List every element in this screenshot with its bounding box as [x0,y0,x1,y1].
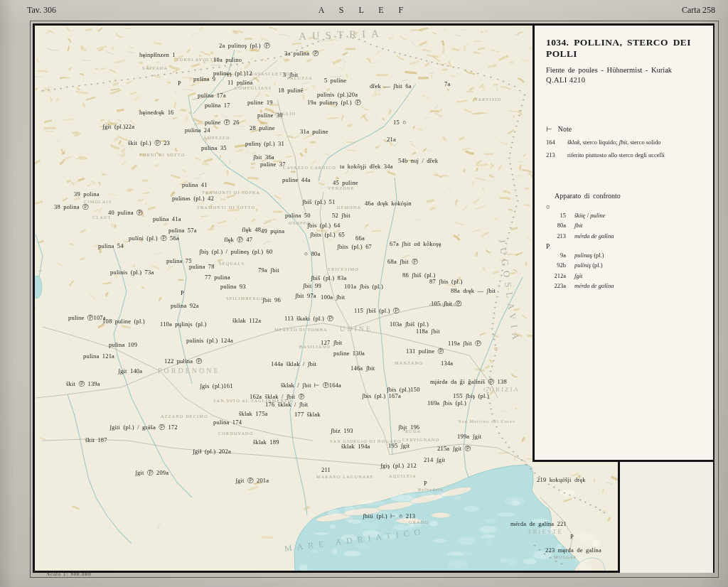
legend-panel: 1034. POLLINA, STERCO DEI POLLI Fiente d… [532,26,713,462]
map-point-label: 169a ʃbis (pl.) [427,400,466,406]
svg-text:+: + [496,77,499,82]
svg-text:+: + [511,140,514,145]
map-point-label: pulina 174 [213,419,242,426]
map-point-label: 3 ʃbit [283,72,298,78]
map-point-label: pulinş (pl.) 31 [245,141,284,147]
map-point-label: šklak 189 [253,439,279,446]
svg-text:+: + [260,58,263,63]
svg-text:+: + [176,70,178,75]
svg-text:+: + [102,80,105,85]
svg-text:+: + [501,436,504,441]
svg-text:+: + [491,321,494,326]
map-point-label: 21a [387,136,396,143]
dialect-term: ʃgit [574,272,582,279]
map-point-label: pulinęş (pl.)12 [213,70,252,77]
map-point-label: 144a šklak / ʃbit [271,361,316,367]
apparato-item: 92bpulíniş (pl.) [546,262,695,269]
map-point-label: 46a dręk kokóşin [365,200,412,207]
place-name: AMPEZZO [203,136,230,140]
dialect-term: (pl.) [592,252,604,259]
svg-text:+: + [513,129,516,134]
place-name: GEMONA [337,205,361,210]
map-point-label: pulina 109 [109,342,137,348]
map-point-label: 118a ʃbit [416,328,440,335]
map-point-label: ʃbit 36a [253,154,274,161]
map-point-label: pulina 41a [153,216,181,222]
map-point-label: 113 škaki (pl.) Ⓟ [284,316,333,322]
svg-text:+: + [516,198,519,203]
map-point-label: ʃgit (pl.)22a [102,124,134,130]
apparato-symbol-p: P [546,243,695,250]
dialect-term: ʃbit [619,139,627,146]
apparato-item-number: 9a [546,252,566,259]
map-point-label: 31a puline [300,129,328,135]
svg-text:+: + [502,79,505,84]
dialect-term: , sterco liquido; [579,139,619,146]
place-name: GRADO [409,520,429,524]
svg-text:+: + [499,279,502,284]
map-point-label: pulína 17 [205,102,230,109]
map-point-label: 119a ʃbit Ⓟ [448,340,481,347]
map-point-label: ʃbits (pl.) 67 [337,244,372,250]
dialect-term: ʃbit [574,222,582,229]
svg-text:+: + [497,289,500,294]
map-point-label: 79a ʃbit [258,267,279,274]
map-point-label: 214 ʃgit [424,457,445,463]
apparato-block: Apparato di confronto ○15škitę / puline8… [546,192,695,293]
svg-text:+: + [254,58,257,63]
svg-text:+: + [508,445,510,450]
map-point-label: ʃgit 140a [118,368,142,375]
map-point-label: 19a pulineş (pl.) Ⓟ [307,99,361,106]
svg-text:+: + [520,103,523,108]
svg-text:+: + [90,82,93,87]
map-point-label: pulína 17a [198,92,226,99]
svg-text:+: + [510,166,513,171]
map-point-label: 49 pųina [261,228,284,235]
map-point-label: 199a ʃgit [457,433,481,440]
svg-text:+: + [513,183,516,188]
map-point-label: 52 ʃbit [332,212,350,219]
region-label: UDINE [340,325,373,333]
svg-text:+: + [218,65,220,70]
map-point-label: pulinas (pl.) 42 [172,195,214,202]
map-point-label: pulina 78 [189,264,215,270]
svg-text:+: + [84,82,87,87]
apparato-item-number: 223a [546,283,566,289]
svg-text:+: + [513,209,516,214]
flag-icon: ⊢ [546,125,552,133]
svg-text:+: + [375,44,378,49]
svg-text:+: + [452,65,455,70]
svg-text:+: + [476,71,479,76]
svg-text:+: + [512,215,515,220]
svg-text:+: + [516,453,519,458]
svg-text:+: + [490,75,493,80]
svg-text:+: + [515,193,518,198]
map-point-label: ʃbįt 196 [398,424,419,431]
svg-text:+: + [121,77,124,82]
svg-text:+: + [584,500,587,505]
apparato-item: 80aʃbit [546,222,695,229]
svg-text:+: + [446,63,449,68]
map-point-label: 162a šklak / ʃbit Ⓟ [250,394,304,400]
svg-text:+: + [518,88,521,93]
map-point-label: 134a [441,360,453,367]
map-point-label: pulina 50 [285,212,311,219]
map-point-label: pulina 92a [171,303,199,309]
svg-text:+: + [363,39,366,44]
place-name: SAPPADA [142,66,168,70]
map-point-label: pulinis (pl.)20a [317,92,358,98]
map-point-label: pulina 75 [166,258,192,264]
svg-text:+: + [431,60,434,65]
map-point-label: ʃgis (pl.)161 [200,383,233,389]
legend-head: 1034. POLLINA, STERCO DEI POLLI Fiente d… [546,37,702,84]
dialect-term: šklak [567,139,579,146]
apparato-symbol-circle: ○ [546,203,695,210]
apparato-item-text: pulíniş (pl.) [574,262,695,269]
map-point-label: ʃbiš (pl.) 51 [302,199,336,205]
map-point-label: 87 ʃbis (pl.) [429,279,463,285]
svg-text:+: + [492,358,495,363]
svg-text:+: + [410,54,412,59]
dialect-term: mérda de galína [574,232,614,239]
map-point-label: 11 pulína [228,80,252,86]
map-point-label: puline 130a [333,350,365,357]
